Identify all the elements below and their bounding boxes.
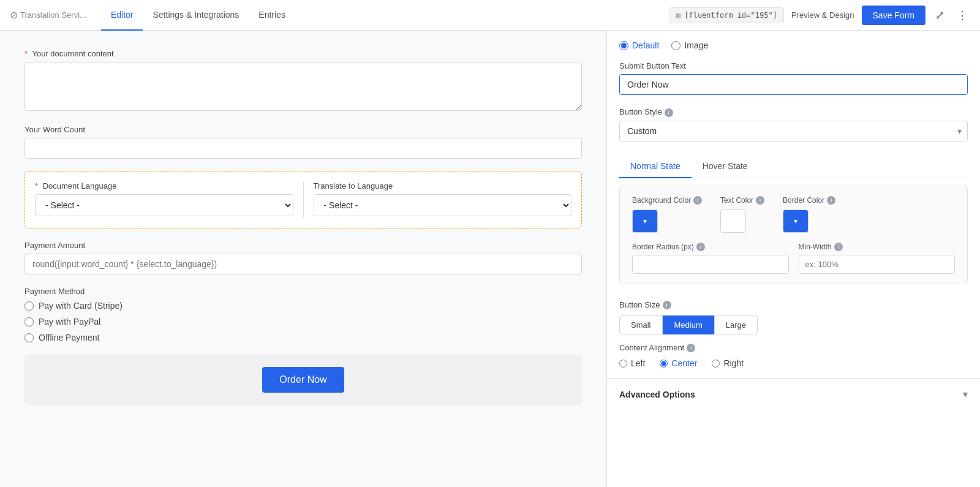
nav-tabs: Editor Settings & Integrations Entries bbox=[101, 0, 295, 31]
advanced-options-row[interactable]: Advanced Options ▾ bbox=[607, 378, 980, 410]
type-default-radio[interactable] bbox=[619, 41, 628, 50]
translate-to-select[interactable]: - Select - bbox=[314, 194, 572, 216]
alignment-row: Content Alignment i Left Center Right bbox=[607, 343, 980, 378]
document-language-label: * Document Language bbox=[35, 181, 293, 191]
payment-method-options: Pay with Card (Stripe) Pay with PayPal O… bbox=[24, 301, 582, 342]
alignment-center-radio[interactable] bbox=[660, 360, 668, 368]
bg-color-chevron-icon: ▾ bbox=[643, 217, 647, 225]
document-content-label: * Your document content bbox=[24, 49, 582, 58]
main-layout: * Your document content Your Word Count … bbox=[0, 31, 980, 487]
border-color-info-icon[interactable]: i bbox=[827, 196, 835, 205]
button-size-label: Button Size i bbox=[619, 300, 968, 309]
col-divider bbox=[303, 181, 304, 218]
button-size-info-icon[interactable]: i bbox=[663, 301, 671, 309]
size-large-button[interactable]: Large bbox=[714, 315, 758, 334]
submit-text-input[interactable] bbox=[619, 74, 968, 95]
tab-normal-state[interactable]: Normal State bbox=[619, 155, 692, 178]
text-color-info-icon[interactable]: i bbox=[756, 196, 764, 205]
right-panel-inner: Default Image Submit Button Text Button … bbox=[607, 31, 980, 410]
border-radius-input[interactable] bbox=[632, 255, 789, 274]
button-style-select[interactable]: Default Custom Primary Secondary bbox=[619, 121, 968, 142]
tab-settings[interactable]: Settings & Integrations bbox=[143, 0, 249, 31]
word-count-label: Your Word Count bbox=[24, 125, 582, 134]
border-color-item: Border Color i ▾ bbox=[783, 196, 835, 233]
border-radius-group: Border Radius (px) i bbox=[632, 243, 789, 274]
min-width-input[interactable] bbox=[799, 255, 956, 274]
border-color-label: Border Color i bbox=[783, 196, 835, 205]
button-size-row: Button Size i Small Medium Large bbox=[607, 292, 980, 343]
border-minwidth-row: Border Radius (px) i Min-Width i bbox=[620, 243, 967, 284]
text-color-item: Text Color i bbox=[720, 196, 764, 233]
button-style-label: Button Style i bbox=[619, 107, 968, 117]
alignment-right-option[interactable]: Right bbox=[712, 358, 744, 368]
language-section: * Document Language - Select - Translate… bbox=[24, 171, 582, 228]
tab-editor[interactable]: Editor bbox=[101, 0, 143, 31]
type-image-radio[interactable] bbox=[671, 41, 680, 50]
payment-stripe-radio[interactable] bbox=[24, 301, 34, 311]
alignment-left-radio[interactable] bbox=[619, 360, 627, 368]
language-two-col: * Document Language - Select - Translate… bbox=[35, 181, 571, 218]
size-small-button[interactable]: Small bbox=[619, 315, 663, 334]
shortcode-badge[interactable]: ▤ [fluentform id="195"] bbox=[669, 7, 784, 23]
payment-offline-radio[interactable] bbox=[24, 333, 34, 342]
translate-to-col: Translate to Language - Select - bbox=[314, 181, 572, 216]
min-width-label: Min-Width i bbox=[799, 243, 956, 251]
document-content-group: * Your document content bbox=[24, 49, 582, 113]
bg-color-label: Background Color i bbox=[632, 196, 702, 205]
preview-design-link[interactable]: Preview & Design bbox=[791, 10, 854, 20]
size-buttons: Small Medium Large bbox=[619, 315, 968, 334]
bg-color-swatch[interactable]: ▾ bbox=[632, 210, 658, 233]
document-language-select[interactable]: - Select - bbox=[35, 194, 293, 216]
payment-offline-option[interactable]: Offline Payment bbox=[24, 333, 582, 342]
payment-paypal-radio[interactable] bbox=[24, 317, 34, 327]
brand[interactable]: ⊘ Translation Servi... bbox=[10, 9, 86, 21]
bg-color-item: Background Color i ▾ bbox=[632, 196, 702, 233]
document-language-col: * Document Language - Select - bbox=[35, 181, 293, 216]
right-panel: Default Image Submit Button Text Button … bbox=[606, 31, 980, 487]
bg-color-info-icon[interactable]: i bbox=[693, 196, 702, 205]
alignment-options: Left Center Right bbox=[619, 358, 968, 368]
word-count-input[interactable] bbox=[24, 138, 582, 159]
type-default-option[interactable]: Default bbox=[619, 40, 659, 50]
document-content-input[interactable] bbox=[24, 62, 582, 111]
tab-entries[interactable]: Entries bbox=[249, 0, 295, 31]
border-radius-info-icon[interactable]: i bbox=[696, 243, 705, 251]
min-width-info-icon[interactable]: i bbox=[834, 243, 843, 251]
advanced-options-label: Advanced Options bbox=[619, 390, 695, 399]
type-image-option[interactable]: Image bbox=[671, 40, 708, 50]
alignment-left-option[interactable]: Left bbox=[619, 358, 645, 368]
button-style-row: Button Style i Default Custom Primary Se… bbox=[607, 101, 980, 148]
text-color-label: Text Color i bbox=[720, 196, 764, 205]
payment-amount-input[interactable] bbox=[24, 254, 582, 274]
shortcode-value: [fluentform id="195"] bbox=[684, 11, 777, 20]
brand-label: Translation Servi... bbox=[20, 10, 86, 20]
min-width-group: Min-Width i bbox=[799, 243, 956, 274]
content-alignment-info-icon[interactable]: i bbox=[687, 344, 695, 352]
button-style-select-wrapper: Default Custom Primary Secondary ▾ bbox=[619, 121, 968, 142]
save-form-button[interactable]: Save Form bbox=[862, 6, 925, 25]
shortcode-icon: ▤ bbox=[676, 11, 680, 20]
border-color-swatch[interactable]: ▾ bbox=[783, 210, 809, 233]
submit-text-row: Submit Button Text bbox=[607, 55, 980, 101]
size-medium-button[interactable]: Medium bbox=[663, 315, 714, 334]
top-nav: ⊘ Translation Servi... Editor Settings &… bbox=[0, 0, 980, 31]
more-options-icon[interactable]: ⋮ bbox=[954, 6, 970, 25]
tab-hover-state[interactable]: Hover State bbox=[692, 155, 759, 178]
payment-amount-label: Payment Amount bbox=[24, 241, 582, 250]
submit-area: Order Now bbox=[24, 355, 582, 405]
payment-amount-group: Payment Amount bbox=[24, 241, 582, 274]
alignment-right-radio[interactable] bbox=[712, 360, 720, 368]
payment-stripe-option[interactable]: Pay with Card (Stripe) bbox=[24, 301, 582, 311]
expand-icon[interactable]: ⤢ bbox=[933, 6, 947, 25]
payment-method-label: Payment Method bbox=[24, 287, 582, 296]
state-box: Background Color i ▾ Text Color i bbox=[619, 186, 968, 284]
nav-left: ⊘ Translation Servi... Editor Settings &… bbox=[10, 0, 669, 31]
button-style-info-icon[interactable]: i bbox=[665, 108, 673, 117]
alignment-center-option[interactable]: Center bbox=[660, 358, 697, 368]
text-color-swatch[interactable] bbox=[720, 210, 746, 233]
type-radio-row: Default Image bbox=[607, 31, 980, 55]
payment-method-group: Payment Method Pay with Card (Stripe) Pa… bbox=[24, 287, 582, 342]
submit-text-label: Submit Button Text bbox=[619, 61, 968, 70]
payment-paypal-option[interactable]: Pay with PayPal bbox=[24, 317, 582, 327]
order-now-button[interactable]: Order Now bbox=[262, 367, 344, 393]
